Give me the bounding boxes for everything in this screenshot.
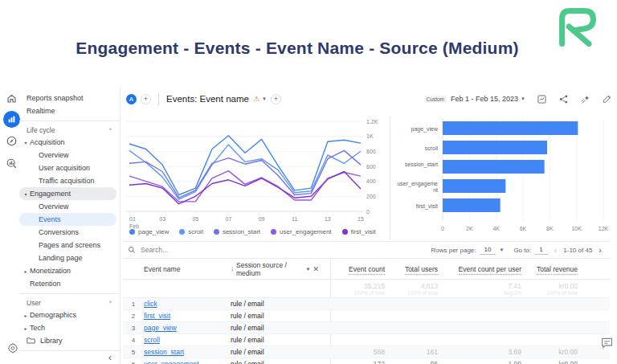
sidebar-item-engagement[interactable]: ▾Engagement <box>19 187 116 200</box>
goto-label: Go to: <box>513 247 531 254</box>
sidebar-item-overview[interactable]: Overview <box>19 149 120 162</box>
remove-dimension-icon[interactable]: ✕ <box>313 265 330 273</box>
event-name-link[interactable]: first_visit <box>144 312 231 320</box>
column-header-total-revenue[interactable]: Total revenue <box>521 265 578 273</box>
row-number: 3 <box>123 325 144 332</box>
report-content: A + Events: Event name ⚠ ▼ + Custom Feb … <box>121 87 617 364</box>
sidebar-item-acquisition[interactable]: ▾Acquisition <box>19 136 120 149</box>
add-comparison-button[interactable]: + <box>141 94 151 104</box>
sidebar-item-events[interactable]: Events <box>19 213 116 226</box>
edit-pencil-icon[interactable] <box>601 93 612 104</box>
share-icon[interactable] <box>558 93 569 104</box>
collapse-sidebar-button[interactable]: ‹ <box>108 352 112 363</box>
triangle-right-icon[interactable]: ▸ <box>22 313 30 318</box>
triangle-down-icon[interactable]: ▾ <box>22 191 30 197</box>
event-name-link[interactable]: scroll <box>144 336 231 344</box>
prev-page-button[interactable]: ‹ <box>554 245 558 255</box>
search-icon <box>128 243 136 257</box>
sidebar-item-overview[interactable]: Overview <box>19 200 120 213</box>
sidebar-item-realtime[interactable]: Realtime <box>19 104 120 117</box>
sidebar-item-conversions[interactable]: Conversions <box>19 226 120 239</box>
total-revenue: kr0.00 <box>521 282 578 290</box>
chevron-down-icon[interactable]: ▼ <box>499 247 504 252</box>
sidebar-item-demographics[interactable]: ▸Demographics <box>19 309 120 321</box>
advertising-icon[interactable] <box>2 153 21 173</box>
feedback-icon[interactable] <box>600 336 614 353</box>
sidebar-item-label: Reports snapshot <box>27 94 84 102</box>
event-name-link[interactable]: session_start <box>144 348 231 356</box>
triangle-down-icon[interactable]: ▾ <box>22 140 30 145</box>
report-title: Events: Event name <box>166 94 249 104</box>
triangle-right-icon[interactable]: ▸ <box>22 268 30 274</box>
explore-icon[interactable] <box>2 131 21 150</box>
folder-icon <box>27 337 35 346</box>
chevron-up-icon[interactable]: ^ <box>109 127 112 133</box>
chevron-down-icon[interactable]: ▼ <box>521 96 525 101</box>
insights-icon[interactable] <box>579 93 590 104</box>
section-label: Life cycle <box>27 126 55 134</box>
table-toolbar: Rows per page: 10 ▼ Go to: 1 ‹ 1-10 of 4… <box>123 241 610 259</box>
svg-text:first_visit: first_visit <box>416 203 438 210</box>
sidebar: Reports snapshotRealtimeLife cycle^▾Acqu… <box>19 87 121 364</box>
column-header-event-name[interactable]: Event name <box>144 265 231 273</box>
sidebar-item-retention[interactable]: Retention <box>19 277 120 290</box>
legend-item-scroll[interactable]: scroll <box>179 228 203 235</box>
legend-item-page_view[interactable]: page_view <box>129 228 169 235</box>
search-input[interactable] <box>141 246 285 254</box>
sidebar-section-life-cycle[interactable]: Life cycle^ <box>19 124 120 136</box>
sidebar-item-label: Traffic acquisition <box>39 177 95 185</box>
row-number: 2 <box>123 313 144 320</box>
next-page-button[interactable]: › <box>599 245 602 255</box>
event-name-link[interactable]: click <box>144 300 231 308</box>
reports-icon[interactable] <box>3 111 20 128</box>
sidebar-item-pages-and-screens[interactable]: Pages and screens <box>19 239 120 252</box>
chevron-up-icon[interactable]: ^ <box>109 300 112 305</box>
event-name-link[interactable]: page_view <box>144 324 231 332</box>
home-icon[interactable] <box>2 88 21 108</box>
chevron-down-icon[interactable]: ▼ <box>306 267 311 272</box>
legend-item-first_visit[interactable]: first_visit <box>342 228 376 235</box>
svg-text:12K: 12K <box>599 226 609 231</box>
sidebar-item-landing-page[interactable]: Landing page <box>19 252 120 264</box>
analytics-app: Reports snapshotRealtimeLife cycle^▾Acqu… <box>0 87 617 364</box>
library-label: Library <box>40 337 63 345</box>
sidebar-nav: Reports snapshotRealtimeLife cycle^▾Acqu… <box>19 92 120 334</box>
column-header-source-medium[interactable]: ↓ Session source / medium ▼ ✕ <box>231 261 330 277</box>
column-header-event-count-per-user[interactable]: Event count per user <box>438 265 521 273</box>
table-header-row: Event name ↓ Session source / medium ▼ ✕… <box>123 259 610 280</box>
event-name-link[interactable]: user_engagement <box>144 360 231 364</box>
sidebar-item-label: Pages and screens <box>39 241 100 249</box>
legend-dot-icon <box>342 229 348 235</box>
comparison-chip[interactable]: A <box>126 94 137 104</box>
event-count-value: 172 <box>330 360 385 364</box>
sidebar-item-library[interactable]: Library <box>19 334 120 347</box>
sort-descending-icon[interactable]: ↓ <box>231 265 234 272</box>
table-row: 1clickrule / email <box>123 298 610 310</box>
legend-item-session_start[interactable]: session_start <box>214 228 260 235</box>
chevron-down-icon[interactable]: ▼ <box>262 96 267 101</box>
sidebar-section-user[interactable]: User^ <box>19 297 120 309</box>
add-card-button[interactable]: + <box>271 94 281 104</box>
sidebar-item-label: User acquisition <box>39 164 90 172</box>
column-header-event-count[interactable]: Event count <box>330 265 385 273</box>
table-row: 6user_engagementrule / email172961.99kr0… <box>123 358 610 364</box>
sidebar-item-traffic-acquisition[interactable]: Traffic acquisition <box>19 174 120 187</box>
legend-dot-icon <box>271 229 276 235</box>
svg-text:session_start: session_start <box>405 162 438 168</box>
date-range-selector[interactable]: Feb 1 - Feb 15, 2023 <box>451 95 518 103</box>
column-header-total-users[interactable]: Total users <box>385 265 438 273</box>
svg-text:09: 09 <box>259 216 265 222</box>
sidebar-item-user-acquisition[interactable]: User acquisition <box>19 162 120 174</box>
sidebar-item-tech[interactable]: ▸Tech <box>19 321 120 334</box>
sidebar-item-monetization[interactable]: ▸Monetization <box>19 264 120 277</box>
rows-per-page-select[interactable]: 10 <box>480 246 496 255</box>
warning-icon[interactable]: ⚠ <box>253 95 259 103</box>
total-users-value: 96 <box>385 360 438 364</box>
triangle-right-icon[interactable]: ▸ <box>22 325 30 331</box>
legend-item-user_engagement[interactable]: user_engagement <box>271 228 332 235</box>
edit-comparisons-icon[interactable] <box>536 93 547 104</box>
sidebar-item-reports-snapshot[interactable]: Reports snapshot <box>19 92 120 104</box>
sidebar-item-label: Retention <box>30 280 61 288</box>
goto-page-input[interactable]: 1 <box>534 246 547 255</box>
sidebar-item-label: Landing page <box>39 254 83 262</box>
